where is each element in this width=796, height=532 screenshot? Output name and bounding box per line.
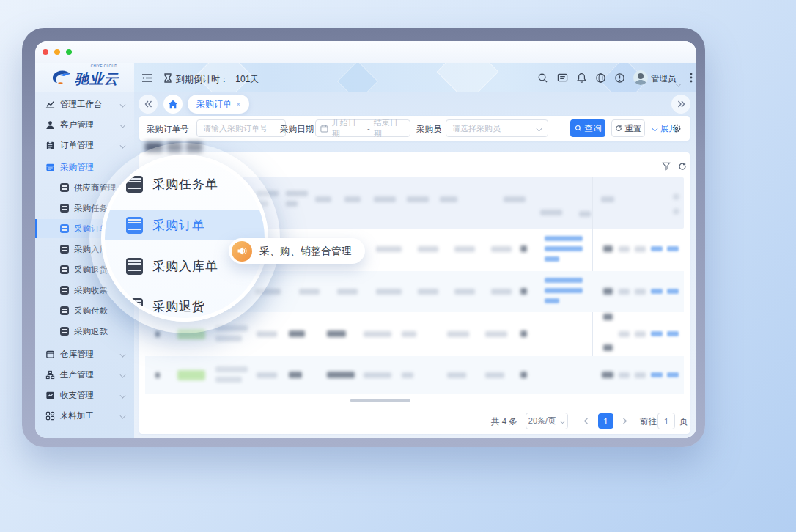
banner-decor (337, 63, 379, 92)
date-label: 采购日期 (280, 124, 314, 135)
search-button[interactable]: 查询 (570, 119, 605, 137)
material-icon (45, 411, 55, 421)
blurred-column (440, 196, 457, 202)
bell-icon[interactable] (573, 70, 589, 86)
sidebar-item-purchase-refunds[interactable]: 采购退款 (35, 322, 134, 341)
chevron-down-icon (652, 125, 658, 131)
blurred-action-link (651, 331, 663, 336)
list-icon (60, 306, 69, 315)
tab-purchase-orders[interactable]: 采购订单 × (188, 95, 249, 114)
blurred-cell (603, 314, 613, 320)
blurred-cell (619, 331, 630, 337)
blurred-column (504, 196, 526, 202)
sidebar-item-label: 订单管理 (60, 140, 94, 151)
countdown-value: 101天 (235, 74, 259, 84)
blurred-action-link (667, 331, 679, 336)
current-page-button[interactable]: 1 (598, 413, 613, 429)
close-window-button[interactable] (43, 49, 48, 55)
blurred-link-cell (545, 236, 583, 241)
sidebar-item-workbench[interactable]: 管理工作台 (35, 95, 134, 114)
kebab-menu-icon[interactable] (683, 70, 696, 86)
tabs-scroll-left-button[interactable] (139, 95, 158, 114)
date-range-input[interactable]: 开始日期 - 结束日期 (315, 119, 410, 137)
list-icon (60, 245, 69, 254)
magnified-menu-label: 采购退货 (152, 298, 205, 315)
info-icon[interactable] (611, 70, 627, 86)
brand-logo-icon (51, 70, 73, 86)
workbench-icon (45, 100, 55, 109)
blurred-action-link (651, 289, 663, 294)
blurred-cell (603, 288, 613, 295)
blurred-action-link (651, 246, 663, 251)
maximize-window-button[interactable] (66, 49, 72, 55)
magnified-menu-label: 采购订单 (152, 217, 205, 234)
blurred-cell (454, 289, 475, 295)
desktop-background: CHIYE CLOUD 驰业云 管理工作台 客户管理 订单管理 (0, 0, 796, 532)
home-tab-button[interactable] (163, 95, 183, 114)
blurred-cell (491, 246, 512, 252)
prev-page-button[interactable] (579, 414, 593, 428)
horizontal-scrollbar-thumb[interactable] (350, 399, 410, 402)
sidebar-item-orders[interactable]: 订单管理 (35, 136, 134, 155)
sidebar-item-finance[interactable]: 收支管理 (35, 385, 134, 404)
blurred-cell (635, 289, 646, 295)
message-icon[interactable] (554, 70, 570, 86)
sidebar-item-warehouse[interactable]: 仓库管理 (35, 344, 134, 363)
page-size-select[interactable]: 20条/页 (526, 413, 568, 429)
table-row-blurred[interactable] (145, 356, 684, 394)
buyer-placeholder: 请选择采购员 (452, 123, 501, 134)
blurred-link-cell (545, 256, 559, 262)
blurred-cell (447, 372, 466, 378)
order-no-label: 采购订单号 (147, 124, 189, 135)
search-icon[interactable] (534, 70, 550, 86)
sidebar-item-label: 采购退款 (74, 326, 108, 337)
date-start-placeholder: 开始日期 (332, 117, 364, 139)
blurred-cell (491, 289, 512, 295)
blurred-column (315, 196, 331, 202)
date-separator: - (367, 124, 370, 133)
blurred-cell (447, 331, 469, 337)
username[interactable]: 管理员 (651, 73, 677, 84)
list-icon (126, 258, 143, 275)
production-icon (45, 370, 55, 380)
buyer-label: 采购员 (416, 124, 442, 135)
sidebar-item-label: 管理工作台 (60, 99, 103, 110)
goto-page-input[interactable]: 1 (657, 413, 675, 429)
sidebar-item-label: 采购管理 (60, 162, 94, 173)
window-titlebar (35, 41, 696, 63)
blurred-column (374, 196, 396, 202)
reset-button-label: 重置 (625, 123, 642, 134)
chevron-down-icon (120, 122, 126, 128)
goto-suffix: 页 (679, 416, 688, 427)
blurred-column (286, 191, 308, 196)
magnified-menu-purchase-orders[interactable]: 采购订单 (105, 210, 268, 240)
refresh-icon[interactable] (674, 158, 690, 174)
order-no-input[interactable]: 请输入采购订单号 (196, 119, 286, 137)
sidebar-item-material-processing[interactable]: 来料加工 (35, 406, 134, 425)
calendar-icon (320, 125, 328, 133)
avatar[interactable] (633, 70, 648, 85)
page-size-value: 20条/页 (528, 415, 556, 426)
buyer-select[interactable]: 请选择采购员 (446, 119, 548, 137)
table-footer-divider (145, 396, 684, 396)
hourglass-icon (160, 70, 176, 86)
globe-icon[interactable] (592, 70, 608, 86)
menu-fold-icon[interactable] (139, 70, 155, 86)
sidebar-item-label: 仓库管理 (60, 349, 94, 360)
minimize-window-button[interactable] (54, 49, 60, 55)
gear-icon[interactable] (668, 120, 685, 136)
tooltip-text: 采、购、销整合管理 (259, 245, 352, 258)
next-page-button[interactable] (618, 414, 632, 428)
blurred-status-badge-green (177, 370, 205, 380)
blurred-icon (673, 193, 679, 200)
filter-funnel-icon[interactable] (658, 158, 674, 174)
sidebar-item-customers[interactable]: 客户管理 (35, 115, 134, 134)
tabs-scroll-right-button[interactable] (671, 95, 690, 114)
list-icon (60, 265, 69, 274)
sidebar-item-production[interactable]: 生产管理 (35, 365, 134, 384)
blurred-action-link (667, 372, 679, 377)
chevron-down-icon[interactable] (676, 76, 681, 89)
tab-close-icon[interactable]: × (236, 100, 240, 108)
reset-button[interactable]: 重置 (611, 119, 645, 137)
blurred-link-cell (545, 288, 583, 293)
